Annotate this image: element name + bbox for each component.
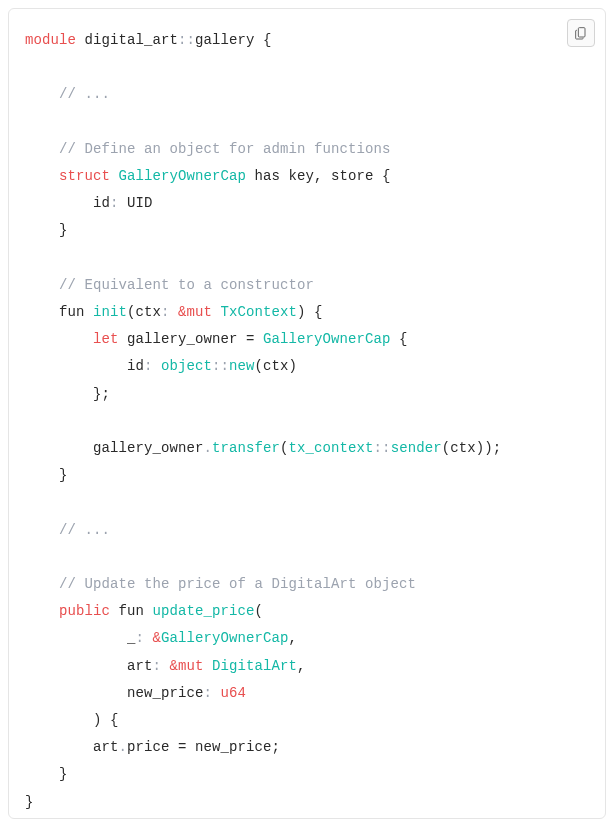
code-line: module digital_art::gallery { bbox=[25, 32, 272, 48]
clipboard-icon bbox=[573, 25, 589, 41]
code-line: } bbox=[59, 222, 68, 238]
code-line: art: &mut DigitalArt, bbox=[127, 658, 306, 674]
code-comment: // Define an object for admin functions bbox=[59, 141, 391, 157]
code-line: ) { bbox=[93, 712, 119, 728]
code-line: fun init(ctx: &mut TxContext) { bbox=[59, 304, 323, 320]
code-content: module digital_art::gallery { // ... // … bbox=[25, 27, 589, 816]
code-line: new_price: u64 bbox=[127, 685, 246, 701]
code-line: struct GalleryOwnerCap has key, store { bbox=[59, 168, 391, 184]
code-line: _: &GalleryOwnerCap, bbox=[127, 630, 297, 646]
code-comment: // Equivalent to a constructor bbox=[59, 277, 314, 293]
code-line: } bbox=[59, 766, 68, 782]
code-line: let gallery_owner = GalleryOwnerCap { bbox=[93, 331, 408, 347]
code-comment: // ... bbox=[59, 86, 110, 102]
code-line: }; bbox=[93, 386, 110, 402]
code-line: gallery_owner.transfer(tx_context::sende… bbox=[93, 440, 501, 456]
code-comment: // Update the price of a DigitalArt obje… bbox=[59, 576, 416, 592]
code-comment: // ... bbox=[59, 522, 110, 538]
copy-button[interactable] bbox=[567, 19, 595, 47]
code-line: public fun update_price( bbox=[59, 603, 263, 619]
code-line: } bbox=[59, 467, 68, 483]
code-line: art.price = new_price; bbox=[93, 739, 280, 755]
code-block: module digital_art::gallery { // ... // … bbox=[8, 8, 606, 819]
code-line: id: object::new(ctx) bbox=[127, 358, 297, 374]
code-line: } bbox=[25, 794, 34, 810]
code-line: id: UID bbox=[93, 195, 153, 211]
svg-rect-0 bbox=[578, 28, 585, 37]
